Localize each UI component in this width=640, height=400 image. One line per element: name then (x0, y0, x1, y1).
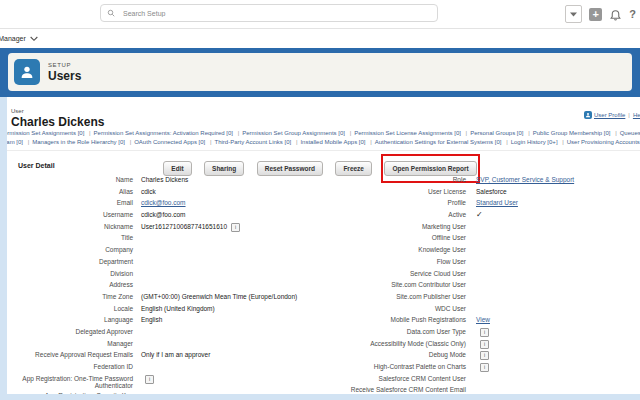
detail-row: Knowledge User (330, 244, 638, 256)
divider: | (506, 139, 508, 145)
info-icon[interactable]: i (231, 223, 240, 232)
field-value-text: Standard User (476, 199, 518, 206)
related-list-link[interactable]: Permission Set Assignments: Activation R… (94, 130, 233, 136)
related-list-link[interactable]: Managers in the Role Hierarchy [0] (32, 139, 125, 145)
field-label: Accessibility Mode (Classic Only) (330, 338, 476, 347)
related-list-link[interactable]: Queues [0] (620, 130, 640, 136)
info-icon[interactable]: i (480, 340, 489, 349)
field-value (141, 338, 326, 340)
field-value: cdick@foo.com (141, 197, 326, 206)
detail-row: User License Salesforce (330, 186, 638, 198)
detail-row: Company (8, 244, 326, 256)
field-value (476, 256, 638, 258)
field-value (476, 244, 638, 246)
related-list-link[interactable]: Permission Set Assignments [0] (0, 130, 84, 136)
field-label: Language (8, 314, 141, 323)
user-profile-link[interactable]: User Profile (594, 112, 625, 118)
help-for-page-link[interactable]: Help for this Page (633, 112, 640, 118)
related-list-link[interactable]: Login History [0+] (511, 139, 558, 145)
info-icon[interactable]: i (480, 363, 489, 372)
field-label: Service Cloud User (330, 268, 476, 277)
field-value-text: cdick@foo.com (141, 199, 186, 206)
field-label: Time Zone (8, 291, 141, 300)
related-list-link[interactable]: Installed Mobile Apps [0] (300, 139, 365, 145)
divider: | (528, 130, 530, 136)
field-label: Manager (8, 338, 141, 347)
field-label: Company (8, 244, 141, 253)
field-label: Role (330, 174, 476, 183)
related-list-link[interactable]: Personal Groups [0] (470, 130, 523, 136)
field-label: Department (8, 256, 141, 265)
help-icon[interactable]: ? (629, 8, 636, 20)
related-list-link[interactable]: Public Group Membership [0] (533, 130, 611, 136)
field-label: Username (8, 209, 141, 218)
field-label: Site.com Contributor User (330, 279, 476, 288)
setup-banner: SETUP Users (0, 48, 640, 97)
detail-row: Address (8, 279, 326, 291)
field-label: WDC User (330, 303, 476, 312)
info-icon[interactable]: i (480, 351, 489, 360)
tab-object-manager[interactable]: Object Manager (0, 29, 72, 48)
field-value: cdick (141, 186, 326, 195)
search-box[interactable] (100, 4, 438, 22)
field-value: cdick@foo.com (141, 209, 326, 218)
detail-row: Marketing User (330, 221, 638, 233)
field-label: Knowledge User (330, 244, 476, 253)
detail-row: Email cdick@foo.com (8, 197, 326, 209)
related-lists-row-2: |Team [0] |Managers in the Role Hierarch… (0, 139, 640, 145)
object-manager-label: Object Manager (0, 35, 26, 42)
field-value: Charles Dickens (141, 174, 326, 183)
field-label: Debug Mode (330, 349, 476, 358)
field-label: Address (8, 279, 141, 288)
detail-row: Profile Standard User (330, 197, 638, 209)
divider: | (130, 139, 132, 145)
field-label: Federation ID (8, 361, 141, 370)
detail-left-column: Name Charles Dickens Alias cdick Email c… (8, 174, 326, 400)
detail-row: Nickname User16127100687741651610i (8, 221, 326, 233)
search-input[interactable] (121, 9, 431, 18)
field-value-text: English (United Kingdom) (141, 305, 215, 312)
notifications-bell-icon[interactable] (609, 8, 622, 21)
info-icon[interactable]: i (145, 375, 154, 384)
related-list-link[interactable]: Authentication Settings for External Sys… (375, 139, 502, 145)
related-list-link[interactable]: Third-Party Account Links [0] (215, 139, 292, 145)
divider: | (296, 139, 298, 145)
related-list-link[interactable]: Permission Set License Assignments [0] (354, 130, 461, 136)
divider: | (370, 139, 372, 145)
detail-row: Name Charles Dickens (8, 174, 326, 186)
field-value (141, 256, 326, 258)
related-list-link[interactable]: User Provisioning Accounts [0] (567, 139, 640, 145)
banner-card: SETUP Users (8, 53, 632, 91)
detail-row: Manager (8, 338, 326, 350)
field-value (141, 268, 326, 270)
detail-row: Service Cloud User (330, 268, 638, 280)
detail-row: Mobile Push Registrations View (330, 314, 638, 326)
field-value-text: cdick@foo.com (141, 211, 186, 218)
setup-nav-bar: Object Manager (0, 29, 640, 49)
detail-row: Department (8, 256, 326, 268)
info-icon[interactable]: i (480, 328, 489, 337)
field-value: i (476, 338, 638, 349)
user-menu-dropdown[interactable] (565, 5, 582, 23)
detail-row: Data.com User Type i (330, 326, 638, 338)
field-label: Mobile Push Registrations (330, 314, 476, 323)
field-value (141, 326, 326, 328)
detail-row: Username cdick@foo.com (8, 209, 326, 221)
field-value (141, 279, 326, 281)
field-label: Alias (8, 186, 141, 195)
field-value (476, 291, 638, 293)
left-edge-strip (0, 97, 7, 400)
field-label: Data.com User Type (330, 326, 476, 335)
related-list-link[interactable]: OAuth Connected Apps [0] (134, 139, 205, 145)
field-label: Marketing User (330, 221, 476, 230)
detail-row: Receive Approval Request Emails Only if … (8, 349, 326, 361)
add-icon[interactable]: + (589, 8, 602, 21)
divider: | (28, 139, 30, 145)
field-label: Delegated Approver (8, 326, 141, 335)
field-value: i (476, 326, 638, 337)
field-value-text: Charles Dickens (141, 176, 188, 183)
field-label: Locale (8, 303, 141, 312)
field-value-text: User16127100687741651610 (141, 223, 227, 230)
related-list-link[interactable]: Permission Set Group Assignments [0] (242, 130, 345, 136)
salesforce-setup-users-page: + ? Object Manager (0, 0, 640, 400)
